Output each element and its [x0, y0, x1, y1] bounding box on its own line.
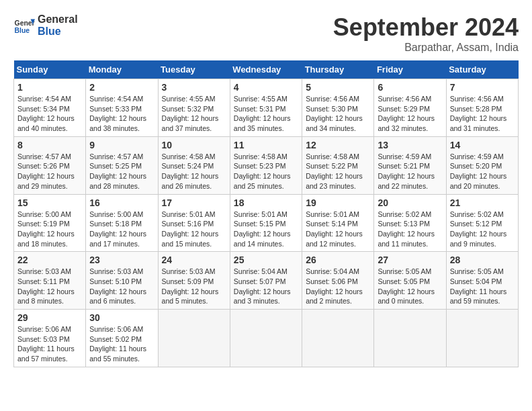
day-info: Sunrise: 4:58 AMSunset: 5:23 PMDaylight:…: [234, 152, 298, 191]
table-cell: 24Sunrise: 5:03 AMSunset: 5:09 PMDayligh…: [158, 252, 230, 310]
header-friday: Friday: [374, 60, 446, 79]
day-info: Sunrise: 5:03 AMSunset: 5:10 PMDaylight:…: [89, 267, 154, 306]
page-header: General Blue General Blue September 2024…: [13, 13, 519, 54]
table-cell: 3Sunrise: 4:55 AMSunset: 5:32 PMDaylight…: [158, 79, 230, 137]
day-number: 26: [306, 255, 370, 265]
day-info: Sunrise: 5:01 AMSunset: 5:14 PMDaylight:…: [306, 210, 370, 249]
table-cell: 20Sunrise: 5:02 AMSunset: 5:13 PMDayligh…: [374, 194, 446, 252]
day-number: 10: [162, 140, 226, 150]
week-row-5: 29Sunrise: 5:06 AMSunset: 5:03 PMDayligh…: [14, 310, 519, 367]
day-info: Sunrise: 4:57 AMSunset: 5:26 PMDaylight:…: [17, 152, 82, 191]
logo: General Blue General Blue: [13, 13, 78, 38]
day-info: Sunrise: 4:56 AMSunset: 5:28 PMDaylight:…: [450, 94, 515, 134]
table-cell: 6Sunrise: 4:56 AMSunset: 5:29 PMDaylight…: [374, 79, 446, 137]
day-info: Sunrise: 4:56 AMSunset: 5:30 PMDaylight:…: [306, 94, 370, 134]
day-number: 4: [234, 82, 298, 93]
day-info: Sunrise: 4:54 AMSunset: 5:34 PMDaylight:…: [17, 94, 82, 134]
day-number: 16: [89, 197, 154, 208]
day-info: Sunrise: 4:57 AMSunset: 5:25 PMDaylight:…: [89, 152, 154, 191]
day-number: 28: [450, 255, 515, 265]
day-info: Sunrise: 5:04 AMSunset: 5:07 PMDaylight:…: [234, 267, 298, 306]
day-number: 30: [89, 312, 154, 323]
table-cell: 17Sunrise: 5:01 AMSunset: 5:16 PMDayligh…: [158, 194, 230, 252]
day-number: 2: [89, 82, 154, 93]
day-number: 24: [162, 255, 226, 265]
day-number: 3: [162, 82, 226, 93]
day-info: Sunrise: 4:59 AMSunset: 5:21 PMDaylight:…: [378, 152, 442, 191]
day-info: Sunrise: 5:05 AMSunset: 5:04 PMDaylight:…: [450, 267, 515, 306]
table-cell: 11Sunrise: 4:58 AMSunset: 5:23 PMDayligh…: [230, 136, 302, 194]
table-cell: [374, 310, 446, 367]
logo-icon: General Blue: [13, 15, 35, 36]
table-cell: 15Sunrise: 5:00 AMSunset: 5:19 PMDayligh…: [14, 194, 86, 252]
header-sunday: Sunday: [14, 60, 86, 79]
day-number: 11: [234, 140, 298, 150]
table-cell: [446, 310, 518, 367]
table-cell: 30Sunrise: 5:06 AMSunset: 5:02 PMDayligh…: [86, 310, 158, 367]
logo-blue: Blue: [38, 26, 78, 38]
day-number: 29: [17, 312, 82, 323]
table-cell: 4Sunrise: 4:55 AMSunset: 5:31 PMDaylight…: [230, 79, 302, 137]
table-cell: 1Sunrise: 4:54 AMSunset: 5:34 PMDaylight…: [14, 79, 86, 137]
header-wednesday: Wednesday: [230, 60, 302, 79]
day-number: 20: [378, 197, 442, 208]
header-thursday: Thursday: [302, 60, 374, 79]
day-number: 25: [234, 255, 298, 265]
day-info: Sunrise: 5:05 AMSunset: 5:05 PMDaylight:…: [378, 267, 442, 306]
day-number: 8: [17, 140, 82, 150]
day-number: 27: [378, 255, 442, 265]
day-info: Sunrise: 4:54 AMSunset: 5:33 PMDaylight:…: [89, 94, 154, 134]
table-cell: 28Sunrise: 5:05 AMSunset: 5:04 PMDayligh…: [446, 252, 518, 310]
table-cell: 5Sunrise: 4:56 AMSunset: 5:30 PMDaylight…: [302, 79, 374, 137]
day-number: 13: [378, 140, 442, 150]
day-number: 23: [89, 255, 154, 265]
day-info: Sunrise: 5:00 AMSunset: 5:18 PMDaylight:…: [89, 210, 154, 249]
week-row-3: 15Sunrise: 5:00 AMSunset: 5:19 PMDayligh…: [14, 194, 519, 252]
header-saturday: Saturday: [446, 60, 518, 79]
day-info: Sunrise: 4:55 AMSunset: 5:31 PMDaylight:…: [234, 94, 298, 134]
table-cell: 18Sunrise: 5:01 AMSunset: 5:15 PMDayligh…: [230, 194, 302, 252]
day-number: 18: [234, 197, 298, 208]
calendar-table: Sunday Monday Tuesday Wednesday Thursday…: [13, 60, 519, 367]
day-info: Sunrise: 5:04 AMSunset: 5:06 PMDaylight:…: [306, 267, 370, 306]
day-number: 22: [17, 255, 82, 265]
day-info: Sunrise: 5:06 AMSunset: 5:03 PMDaylight:…: [17, 324, 82, 364]
table-cell: 19Sunrise: 5:01 AMSunset: 5:14 PMDayligh…: [302, 194, 374, 252]
day-number: 14: [450, 140, 515, 150]
day-info: Sunrise: 4:58 AMSunset: 5:24 PMDaylight:…: [162, 152, 226, 191]
table-cell: [302, 310, 374, 367]
header-monday: Monday: [86, 60, 158, 79]
table-cell: 12Sunrise: 4:58 AMSunset: 5:22 PMDayligh…: [302, 136, 374, 194]
day-number: 7: [450, 82, 515, 93]
day-info: Sunrise: 5:01 AMSunset: 5:15 PMDaylight:…: [234, 210, 298, 249]
day-info: Sunrise: 4:56 AMSunset: 5:29 PMDaylight:…: [378, 94, 442, 134]
week-row-2: 8Sunrise: 4:57 AMSunset: 5:26 PMDaylight…: [14, 136, 519, 194]
table-cell: 14Sunrise: 4:59 AMSunset: 5:20 PMDayligh…: [446, 136, 518, 194]
header-tuesday: Tuesday: [158, 60, 230, 79]
day-info: Sunrise: 5:02 AMSunset: 5:12 PMDaylight:…: [450, 210, 515, 249]
day-info: Sunrise: 5:00 AMSunset: 5:19 PMDaylight:…: [17, 210, 82, 249]
table-cell: 29Sunrise: 5:06 AMSunset: 5:03 PMDayligh…: [14, 310, 86, 367]
day-info: Sunrise: 5:02 AMSunset: 5:13 PMDaylight:…: [378, 210, 442, 249]
table-cell: 25Sunrise: 5:04 AMSunset: 5:07 PMDayligh…: [230, 252, 302, 310]
table-cell: 13Sunrise: 4:59 AMSunset: 5:21 PMDayligh…: [374, 136, 446, 194]
day-number: 6: [378, 82, 442, 93]
table-cell: 21Sunrise: 5:02 AMSunset: 5:12 PMDayligh…: [446, 194, 518, 252]
table-cell: 27Sunrise: 5:05 AMSunset: 5:05 PMDayligh…: [374, 252, 446, 310]
week-row-1: 1Sunrise: 4:54 AMSunset: 5:34 PMDaylight…: [14, 79, 519, 137]
table-cell: 7Sunrise: 4:56 AMSunset: 5:28 PMDaylight…: [446, 79, 518, 137]
day-number: 21: [450, 197, 515, 208]
logo-general: General: [38, 13, 78, 26]
day-number: 1: [17, 82, 82, 93]
table-cell: 22Sunrise: 5:03 AMSunset: 5:11 PMDayligh…: [14, 252, 86, 310]
table-cell: 10Sunrise: 4:58 AMSunset: 5:24 PMDayligh…: [158, 136, 230, 194]
day-info: Sunrise: 5:03 AMSunset: 5:09 PMDaylight:…: [162, 267, 226, 306]
day-number: 5: [306, 82, 370, 93]
table-cell: 2Sunrise: 4:54 AMSunset: 5:33 PMDaylight…: [86, 79, 158, 137]
table-cell: 16Sunrise: 5:00 AMSunset: 5:18 PMDayligh…: [86, 194, 158, 252]
week-row-4: 22Sunrise: 5:03 AMSunset: 5:11 PMDayligh…: [14, 252, 519, 310]
day-number: 19: [306, 197, 370, 208]
day-number: 9: [89, 140, 154, 150]
table-cell: [230, 310, 302, 367]
day-number: 15: [17, 197, 82, 208]
